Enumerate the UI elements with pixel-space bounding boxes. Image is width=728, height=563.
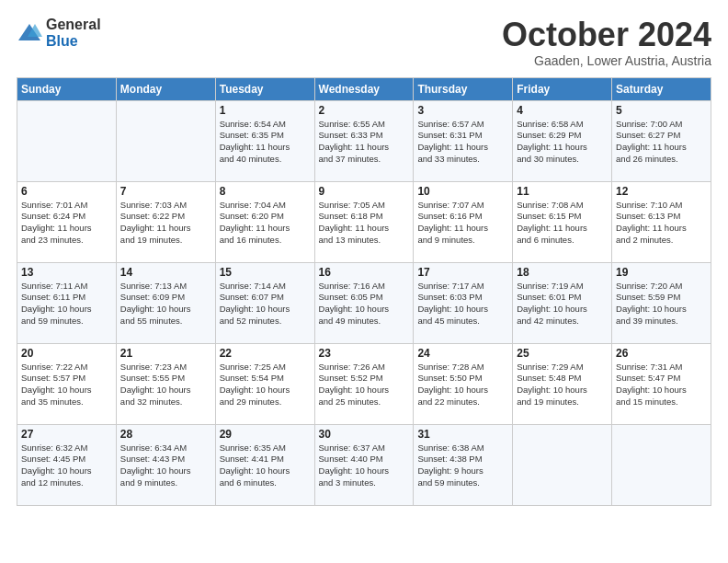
day-number: 6 xyxy=(21,185,112,198)
header-day: Monday xyxy=(116,77,215,100)
day-number: 16 xyxy=(319,266,410,279)
logo-general: General xyxy=(46,17,101,33)
calendar-cell: 14Sunrise: 7:13 AM Sunset: 6:09 PM Dayli… xyxy=(116,262,215,343)
calendar-cell: 4Sunrise: 6:58 AM Sunset: 6:29 PM Daylig… xyxy=(513,100,612,181)
day-number: 7 xyxy=(120,185,211,198)
day-number: 25 xyxy=(517,347,608,360)
day-info: Sunrise: 7:13 AM Sunset: 6:09 PM Dayligh… xyxy=(120,281,211,327)
calendar-week-row: 20Sunrise: 7:22 AM Sunset: 5:57 PM Dayli… xyxy=(17,343,711,424)
day-number: 17 xyxy=(417,266,508,279)
day-info: Sunrise: 7:14 AM Sunset: 6:07 PM Dayligh… xyxy=(220,281,311,327)
calendar-cell: 15Sunrise: 7:14 AM Sunset: 6:07 PM Dayli… xyxy=(215,262,314,343)
day-info: Sunrise: 7:17 AM Sunset: 6:03 PM Dayligh… xyxy=(417,281,508,327)
header-day: Thursday xyxy=(414,77,513,100)
calendar-cell: 29Sunrise: 6:35 AM Sunset: 4:41 PM Dayli… xyxy=(215,424,314,505)
calendar-cell: 7Sunrise: 7:03 AM Sunset: 6:22 PM Daylig… xyxy=(116,181,215,262)
calendar-cell: 5Sunrise: 7:00 AM Sunset: 6:27 PM Daylig… xyxy=(612,100,711,181)
day-number: 24 xyxy=(417,347,508,360)
day-number: 9 xyxy=(319,185,410,198)
day-number: 11 xyxy=(517,185,608,198)
day-number: 27 xyxy=(21,428,112,441)
day-info: Sunrise: 6:32 AM Sunset: 4:45 PM Dayligh… xyxy=(21,442,112,489)
title-block: October 2024 Gaaden, Lower Austria, Aust… xyxy=(502,17,711,68)
calendar-week-row: 27Sunrise: 6:32 AM Sunset: 4:45 PM Dayli… xyxy=(17,424,711,505)
day-number: 5 xyxy=(616,104,707,117)
calendar-cell: 11Sunrise: 7:08 AM Sunset: 6:15 PM Dayli… xyxy=(513,181,612,262)
logo-icon xyxy=(17,20,42,46)
day-number: 2 xyxy=(319,104,410,117)
day-number: 13 xyxy=(21,266,112,279)
header: General Blue October 2024 Gaaden, Lower … xyxy=(17,17,711,68)
calendar-cell: 21Sunrise: 7:23 AM Sunset: 5:55 PM Dayli… xyxy=(116,343,215,424)
calendar-cell xyxy=(116,100,215,181)
day-info: Sunrise: 7:25 AM Sunset: 5:54 PM Dayligh… xyxy=(220,362,311,408)
day-info: Sunrise: 6:37 AM Sunset: 4:40 PM Dayligh… xyxy=(319,442,410,489)
calendar-cell: 9Sunrise: 7:05 AM Sunset: 6:18 PM Daylig… xyxy=(314,181,414,262)
day-number: 18 xyxy=(517,266,608,279)
day-info: Sunrise: 7:20 AM Sunset: 5:59 PM Dayligh… xyxy=(616,281,707,327)
calendar-cell: 13Sunrise: 7:11 AM Sunset: 6:11 PM Dayli… xyxy=(17,262,117,343)
day-info: Sunrise: 7:03 AM Sunset: 6:22 PM Dayligh… xyxy=(120,200,211,247)
calendar-cell: 27Sunrise: 6:32 AM Sunset: 4:45 PM Dayli… xyxy=(17,424,117,505)
day-info: Sunrise: 7:22 AM Sunset: 5:57 PM Dayligh… xyxy=(21,362,112,408)
day-number: 1 xyxy=(220,104,311,117)
calendar-body: 1Sunrise: 6:54 AM Sunset: 6:35 PM Daylig… xyxy=(17,100,711,505)
day-info: Sunrise: 7:19 AM Sunset: 6:01 PM Dayligh… xyxy=(517,281,608,327)
calendar-cell: 26Sunrise: 7:31 AM Sunset: 5:47 PM Dayli… xyxy=(612,343,711,424)
calendar-page: General Blue October 2024 Gaaden, Lower … xyxy=(0,0,728,519)
calendar-cell: 6Sunrise: 7:01 AM Sunset: 6:24 PM Daylig… xyxy=(17,181,117,262)
calendar-cell: 24Sunrise: 7:28 AM Sunset: 5:50 PM Dayli… xyxy=(414,343,513,424)
day-number: 12 xyxy=(616,185,707,198)
calendar-cell: 18Sunrise: 7:19 AM Sunset: 6:01 PM Dayli… xyxy=(513,262,612,343)
day-info: Sunrise: 6:38 AM Sunset: 4:38 PM Dayligh… xyxy=(417,442,508,489)
header-row: SundayMondayTuesdayWednesdayThursdayFrid… xyxy=(17,77,711,100)
day-info: Sunrise: 6:58 AM Sunset: 6:29 PM Dayligh… xyxy=(517,119,608,166)
day-number: 8 xyxy=(220,185,311,198)
day-info: Sunrise: 7:07 AM Sunset: 6:16 PM Dayligh… xyxy=(417,200,508,247)
calendar-cell: 22Sunrise: 7:25 AM Sunset: 5:54 PM Dayli… xyxy=(215,343,314,424)
day-info: Sunrise: 7:16 AM Sunset: 6:05 PM Dayligh… xyxy=(319,281,410,327)
day-info: Sunrise: 7:10 AM Sunset: 6:13 PM Dayligh… xyxy=(616,200,707,247)
day-info: Sunrise: 7:08 AM Sunset: 6:15 PM Dayligh… xyxy=(517,200,608,247)
day-number: 26 xyxy=(616,347,707,360)
day-number: 29 xyxy=(220,428,311,441)
day-info: Sunrise: 7:11 AM Sunset: 6:11 PM Dayligh… xyxy=(21,281,112,327)
day-number: 15 xyxy=(220,266,311,279)
day-number: 21 xyxy=(120,347,211,360)
day-info: Sunrise: 7:28 AM Sunset: 5:50 PM Dayligh… xyxy=(417,362,508,408)
day-number: 10 xyxy=(417,185,508,198)
header-day: Tuesday xyxy=(215,77,314,100)
day-info: Sunrise: 6:55 AM Sunset: 6:33 PM Dayligh… xyxy=(319,119,410,166)
day-number: 28 xyxy=(120,428,211,441)
calendar-cell: 10Sunrise: 7:07 AM Sunset: 6:16 PM Dayli… xyxy=(414,181,513,262)
day-info: Sunrise: 6:34 AM Sunset: 4:43 PM Dayligh… xyxy=(120,442,211,489)
calendar-cell: 8Sunrise: 7:04 AM Sunset: 6:20 PM Daylig… xyxy=(215,181,314,262)
calendar-cell: 25Sunrise: 7:29 AM Sunset: 5:48 PM Dayli… xyxy=(513,343,612,424)
day-number: 30 xyxy=(319,428,410,441)
logo-blue: Blue xyxy=(46,33,101,50)
calendar-cell xyxy=(17,100,117,181)
day-number: 19 xyxy=(616,266,707,279)
calendar-cell xyxy=(612,424,711,505)
calendar-cell: 12Sunrise: 7:10 AM Sunset: 6:13 PM Dayli… xyxy=(612,181,711,262)
day-number: 31 xyxy=(417,428,508,441)
day-info: Sunrise: 6:57 AM Sunset: 6:31 PM Dayligh… xyxy=(417,119,508,166)
header-day: Sunday xyxy=(17,77,117,100)
day-info: Sunrise: 7:31 AM Sunset: 5:47 PM Dayligh… xyxy=(616,362,707,408)
calendar-cell: 17Sunrise: 7:17 AM Sunset: 6:03 PM Dayli… xyxy=(414,262,513,343)
calendar-cell: 2Sunrise: 6:55 AM Sunset: 6:33 PM Daylig… xyxy=(314,100,414,181)
day-info: Sunrise: 6:54 AM Sunset: 6:35 PM Dayligh… xyxy=(220,119,311,166)
header-day: Saturday xyxy=(612,77,711,100)
calendar-table: SundayMondayTuesdayWednesdayThursdayFrid… xyxy=(17,77,711,506)
calendar-cell: 30Sunrise: 6:37 AM Sunset: 4:40 PM Dayli… xyxy=(314,424,414,505)
calendar-header: SundayMondayTuesdayWednesdayThursdayFrid… xyxy=(17,77,711,100)
day-number: 3 xyxy=(417,104,508,117)
day-info: Sunrise: 7:29 AM Sunset: 5:48 PM Dayligh… xyxy=(517,362,608,408)
calendar-cell: 1Sunrise: 6:54 AM Sunset: 6:35 PM Daylig… xyxy=(215,100,314,181)
header-day: Friday xyxy=(513,77,612,100)
calendar-week-row: 6Sunrise: 7:01 AM Sunset: 6:24 PM Daylig… xyxy=(17,181,711,262)
calendar-cell: 31Sunrise: 6:38 AM Sunset: 4:38 PM Dayli… xyxy=(414,424,513,505)
logo: General Blue xyxy=(17,17,101,49)
day-info: Sunrise: 7:05 AM Sunset: 6:18 PM Dayligh… xyxy=(319,200,410,247)
calendar-cell: 16Sunrise: 7:16 AM Sunset: 6:05 PM Dayli… xyxy=(314,262,414,343)
